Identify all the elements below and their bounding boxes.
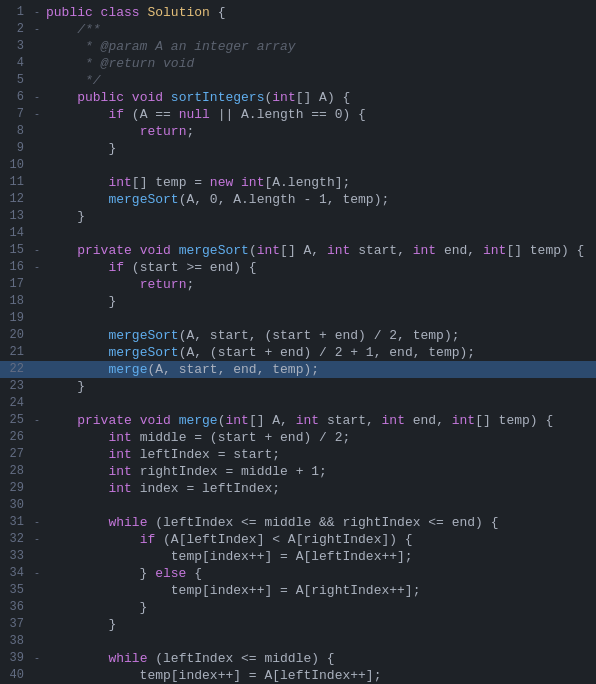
- code-line: 32- if (A[leftIndex] < A[rightIndex]) {: [0, 531, 596, 548]
- fn-token: merge: [179, 413, 218, 428]
- line-number: 3: [0, 38, 32, 55]
- plain-token: (A, 0, A.length - 1, temp);: [179, 192, 390, 207]
- plain-token: [46, 39, 85, 54]
- fold-icon[interactable]: -: [32, 531, 42, 548]
- code-content: * @param A an integer array: [42, 38, 296, 55]
- code-content: }: [42, 208, 85, 225]
- fold-icon[interactable]: -: [32, 259, 42, 276]
- code-content: int leftIndex = start;: [42, 446, 280, 463]
- code-content: if (A[leftIndex] < A[rightIndex]) {: [42, 531, 413, 548]
- code-line: 31- while (leftIndex <= middle && rightI…: [0, 514, 596, 531]
- line-number: 24: [0, 395, 32, 412]
- plain-token: [46, 277, 140, 292]
- code-line: 39- while (leftIndex <= middle) {: [0, 650, 596, 667]
- fold-icon[interactable]: -: [32, 21, 42, 38]
- line-number: 32: [0, 531, 32, 548]
- fold-icon[interactable]: -: [32, 89, 42, 106]
- fold-icon[interactable]: -: [32, 514, 42, 531]
- code-line: 17 return;: [0, 276, 596, 293]
- plain-token: start,: [327, 413, 382, 428]
- kw-token: int: [241, 175, 264, 190]
- plain-token: [46, 124, 140, 139]
- kw-token: int: [452, 413, 475, 428]
- line-number: 38: [0, 633, 32, 650]
- plain-token: [46, 73, 85, 88]
- code-content: temp[index++] = A[rightIndex++];: [42, 582, 420, 599]
- code-line: 8 return;: [0, 123, 596, 140]
- fold-icon[interactable]: -: [32, 242, 42, 259]
- line-number: 8: [0, 123, 32, 140]
- line-number: 30: [0, 497, 32, 514]
- code-line: 33 temp[index++] = A[leftIndex++];: [0, 548, 596, 565]
- fold-icon[interactable]: -: [32, 565, 42, 582]
- plain-token: [] temp) {: [475, 413, 553, 428]
- code-line: 19: [0, 310, 596, 327]
- fold-icon[interactable]: -: [32, 412, 42, 429]
- code-line: 37 }: [0, 616, 596, 633]
- cm-token: * @return void: [85, 56, 194, 71]
- kw-token: null: [179, 107, 218, 122]
- line-number: 29: [0, 480, 32, 497]
- code-line: 6- public void sortIntegers(int[] A) {: [0, 89, 596, 106]
- code-content: }: [42, 293, 116, 310]
- kw-token: private: [77, 243, 139, 258]
- kw-token: int: [108, 481, 139, 496]
- fold-icon[interactable]: -: [32, 4, 42, 21]
- code-content: return;: [42, 123, 194, 140]
- code-line: 4 * @return void: [0, 55, 596, 72]
- kw-token: int: [108, 430, 139, 445]
- code-content: mergeSort(A, (start + end) / 2 + 1, end,…: [42, 344, 475, 361]
- kw-token: if: [108, 107, 131, 122]
- plain-token: }: [46, 209, 85, 224]
- code-line: 29 int index = leftIndex;: [0, 480, 596, 497]
- code-line: 15- private void mergeSort(int[] A, int …: [0, 242, 596, 259]
- line-number: 4: [0, 55, 32, 72]
- kw-token: public: [77, 90, 132, 105]
- line-number: 36: [0, 599, 32, 616]
- code-content: }: [42, 378, 85, 395]
- line-number: 40: [0, 667, 32, 684]
- code-content: private void merge(int[] A, int start, i…: [42, 412, 553, 429]
- code-content: /**: [42, 21, 101, 38]
- code-line: 2- /**: [0, 21, 596, 38]
- kw-token: return: [140, 124, 187, 139]
- fold-icon[interactable]: -: [32, 650, 42, 667]
- fold-icon[interactable]: -: [32, 106, 42, 123]
- plain-token: [] temp) {: [506, 243, 584, 258]
- line-number: 31: [0, 514, 32, 531]
- plain-token: (leftIndex <= middle) {: [155, 651, 334, 666]
- plain-token: [46, 22, 77, 37]
- line-number: 12: [0, 191, 32, 208]
- code-content: * @return void: [42, 55, 194, 72]
- plain-token: [] A) {: [296, 90, 351, 105]
- plain-token: [46, 651, 108, 666]
- line-number: 1: [0, 4, 32, 21]
- plain-token: || A.length == 0) {: [218, 107, 366, 122]
- line-number: 15: [0, 242, 32, 259]
- plain-token: end,: [444, 243, 483, 258]
- kw-token: return: [140, 277, 187, 292]
- plain-token: (leftIndex <= middle && rightIndex <= en…: [155, 515, 498, 530]
- plain-token: ;: [186, 277, 194, 292]
- plain-token: temp[index++] = A[leftIndex++];: [46, 668, 381, 683]
- plain-token: [46, 175, 108, 190]
- line-number: 28: [0, 463, 32, 480]
- code-line: 23 }: [0, 378, 596, 395]
- code-content: }: [42, 616, 116, 633]
- code-line: 11 int[] temp = new int[A.length];: [0, 174, 596, 191]
- code-content: int middle = (start + end) / 2;: [42, 429, 350, 446]
- code-content: mergeSort(A, 0, A.length - 1, temp);: [42, 191, 389, 208]
- code-line: 28 int rightIndex = middle + 1;: [0, 463, 596, 480]
- plain-token: [46, 362, 108, 377]
- code-content: while (leftIndex <= middle) {: [42, 650, 335, 667]
- code-content: public class Solution {: [42, 4, 225, 21]
- plain-token: {: [210, 5, 226, 20]
- plain-token: temp[index++] = A[rightIndex++];: [46, 583, 420, 598]
- plain-token: (start >= end) {: [132, 260, 257, 275]
- plain-token: }: [46, 600, 147, 615]
- code-line: 16- if (start >= end) {: [0, 259, 596, 276]
- line-number: 35: [0, 582, 32, 599]
- line-number: 21: [0, 344, 32, 361]
- kw-token: int: [413, 243, 444, 258]
- line-number: 37: [0, 616, 32, 633]
